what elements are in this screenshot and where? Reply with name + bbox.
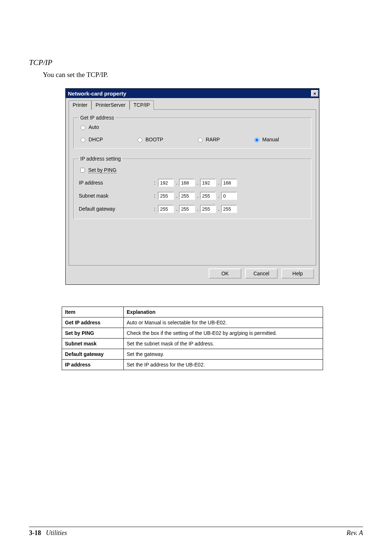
sn-oct2[interactable] bbox=[179, 192, 195, 200]
row-subnet: Subnet mask : . . . bbox=[79, 192, 306, 200]
radio-manual-label: Manual bbox=[262, 137, 279, 142]
th-item: Item bbox=[62, 307, 124, 317]
group-get-ip: Get IP address Auto DHCP BOOTP bbox=[73, 115, 311, 149]
table-row: Set by PING Check the box if the setting… bbox=[62, 328, 323, 339]
legend-ip-setting: IP address setting bbox=[79, 156, 122, 162]
gw-oct3[interactable] bbox=[200, 205, 216, 213]
ip-oct2[interactable] bbox=[179, 179, 195, 187]
cell-explanation: Set the gateway. bbox=[124, 349, 323, 360]
cell-explanation: Check the box if the setting of the UB-E… bbox=[124, 328, 323, 339]
close-icon[interactable]: × bbox=[311, 90, 318, 97]
intro-text: You can set the TCP/IP. bbox=[43, 71, 356, 79]
dialog-title: Network-card property bbox=[68, 90, 126, 97]
colon: : bbox=[151, 180, 158, 186]
group-ip-setting: IP address setting Set by PING IP addres… bbox=[73, 156, 311, 219]
cell-item: IP address bbox=[62, 360, 124, 370]
ip-oct4[interactable] bbox=[221, 179, 237, 187]
tab-page-tcpip: Get IP address Auto DHCP BOOTP bbox=[69, 109, 316, 266]
cell-item: Default gateway bbox=[62, 349, 124, 360]
table-row: Get IP address Auto or Manual is selecta… bbox=[62, 317, 323, 328]
gw-oct1[interactable] bbox=[158, 205, 174, 213]
radio-auto-input[interactable] bbox=[81, 125, 85, 130]
footer-section: Utilities bbox=[46, 529, 67, 536]
row-ip-address: IP address : . . . bbox=[79, 179, 306, 187]
sn-oct4[interactable] bbox=[221, 192, 237, 200]
radio-manual[interactable]: Manual bbox=[253, 137, 279, 142]
cell-item: Set by PING bbox=[62, 328, 124, 339]
cell-explanation: Auto or Manual is selectable for the UB-… bbox=[124, 317, 323, 328]
ip-oct3[interactable] bbox=[200, 179, 216, 187]
ok-button[interactable]: OK bbox=[209, 268, 241, 279]
info-table: Item Explanation Get IP address Auto or … bbox=[62, 307, 323, 370]
radio-rarp-label: RARP bbox=[206, 137, 220, 142]
row-gateway: Default gateway : . . . bbox=[79, 205, 306, 213]
sn-oct3[interactable] bbox=[200, 192, 216, 200]
dialog-titlebar: Network-card property × bbox=[66, 89, 319, 98]
gw-oct4[interactable] bbox=[221, 205, 237, 213]
radio-bootp-input[interactable] bbox=[138, 138, 142, 142]
sn-oct1[interactable] bbox=[158, 192, 174, 200]
label-ip: IP address bbox=[79, 180, 151, 186]
radio-manual-input[interactable] bbox=[254, 138, 259, 142]
table-row: Default gateway Set the gateway. bbox=[62, 349, 323, 360]
dialog-buttons: OK Cancel Help bbox=[69, 266, 316, 281]
cell-item: Get IP address bbox=[62, 317, 124, 328]
colon: : bbox=[151, 193, 158, 199]
footer-rev: Rev. A bbox=[347, 529, 363, 537]
label-subnet: Subnet mask bbox=[79, 193, 151, 199]
ip-oct1[interactable] bbox=[158, 179, 174, 187]
radio-bootp[interactable]: BOOTP bbox=[136, 137, 163, 142]
cancel-button[interactable]: Cancel bbox=[245, 268, 278, 279]
tab-printer[interactable]: Printer bbox=[69, 100, 91, 110]
checkbox-set-by-ping[interactable] bbox=[80, 168, 85, 173]
radio-auto-label: Auto bbox=[89, 124, 99, 130]
colon: : bbox=[151, 206, 158, 212]
table-row: IP address Set the IP address for the UB… bbox=[62, 360, 323, 370]
cell-explanation: Set the IP address for the UB-E02. bbox=[124, 360, 323, 370]
radio-rarp[interactable]: RARP bbox=[196, 137, 220, 142]
help-button[interactable]: Help bbox=[281, 268, 314, 279]
radio-dhcp-label: DHCP bbox=[89, 137, 103, 142]
radio-dhcp-input[interactable] bbox=[81, 138, 85, 142]
radio-rarp-input[interactable] bbox=[198, 138, 203, 142]
gw-oct2[interactable] bbox=[179, 205, 195, 213]
tab-strip: Printer PrinterServer TCP/IP bbox=[69, 100, 316, 110]
network-dialog: Network-card property × Printer PrinterS… bbox=[65, 88, 319, 285]
table-row: Subnet mask Set the subnet mask of the I… bbox=[62, 339, 323, 349]
tab-printerserver[interactable]: PrinterServer bbox=[91, 100, 129, 110]
cell-item: Subnet mask bbox=[62, 339, 124, 349]
th-explanation: Explanation bbox=[124, 307, 323, 317]
section-heading: TCP/IP bbox=[29, 58, 356, 67]
radio-auto[interactable]: Auto bbox=[79, 124, 306, 130]
label-gateway: Default gateway bbox=[79, 206, 151, 212]
tab-tcpip[interactable]: TCP/IP bbox=[130, 100, 154, 110]
footer-page: 3-18 bbox=[29, 529, 41, 536]
label-set-by-ping[interactable]: Set by PING bbox=[88, 167, 117, 173]
page-footer: 3-18 Utilities Rev. A bbox=[29, 527, 363, 537]
radio-dhcp[interactable]: DHCP bbox=[79, 137, 103, 142]
legend-get-ip: Get IP address bbox=[79, 115, 115, 121]
cell-explanation: Set the subnet mask of the IP address. bbox=[124, 339, 323, 349]
radio-bootp-label: BOOTP bbox=[146, 137, 163, 142]
